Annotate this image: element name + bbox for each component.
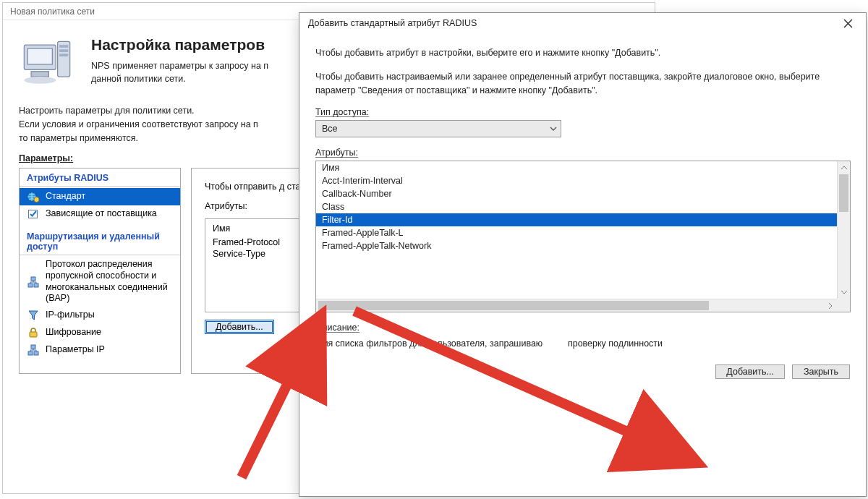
list-item[interactable]: Class (316, 200, 837, 213)
svg-point-9 (34, 197, 39, 202)
funnel-icon (27, 309, 40, 322)
close-icon[interactable] (835, 15, 860, 31)
list-item[interactable]: Callback-Number (316, 187, 837, 200)
description-label: Описание: (315, 323, 850, 333)
svg-rect-13 (34, 283, 38, 287)
dialog-title: Добавить стандартный атрибут RADIUS (308, 18, 835, 28)
dialog-help-2: Чтобы добавить настраиваемый или заранее… (315, 70, 850, 98)
net-cubes-icon (27, 344, 40, 357)
svg-rect-7 (59, 54, 68, 56)
attributes-listbox[interactable]: Имя Acct-Interim-Interval Callback-Numbe… (315, 161, 851, 312)
scroll-thumb[interactable] (318, 301, 709, 310)
svg-rect-5 (59, 45, 68, 48)
svg-rect-15 (31, 345, 35, 349)
sidebar-item-label: Зависящие от поставщика (46, 208, 173, 220)
sidebar-item-ip-filters[interactable]: IP-фильтры (20, 307, 180, 324)
sidebar-item-standard[interactable]: Стандарт (20, 188, 180, 205)
settings-sidebar: Атрибуты RADIUS Стандарт (19, 168, 181, 374)
hero-text: Настройка параметров NPS применяет парам… (91, 36, 268, 85)
hero-title: Настройка параметров (91, 36, 268, 54)
access-type-value: Все (322, 124, 338, 134)
svg-rect-11 (31, 277, 35, 281)
sidebar-group-routing: Маршрутизация и удаленный доступ (20, 227, 180, 255)
list-item[interactable]: Acct-Interim-Interval (316, 174, 837, 187)
access-type-combobox[interactable]: Все (315, 120, 561, 137)
globe-gear-icon (27, 190, 40, 203)
svg-rect-16 (28, 351, 33, 355)
checkbox-icon (27, 208, 40, 221)
scroll-right-icon[interactable] (824, 299, 837, 312)
svg-rect-12 (28, 283, 33, 287)
sidebar-item-label: IP-фильтры (46, 310, 173, 321)
list-item[interactable]: Framed-AppleTalk-L (316, 226, 837, 239)
sidebar-item-vendor-specific[interactable]: Зависящие от поставщика (20, 205, 180, 223)
scroll-down-icon[interactable] (838, 286, 851, 299)
svg-rect-17 (34, 351, 38, 355)
dialog-titlebar[interactable]: Добавить стандартный атрибут RADIUS (299, 13, 866, 33)
scroll-thumb[interactable] (839, 174, 848, 212)
hero-subtitle: NPS применяет параметры к запросу на п д… (91, 59, 268, 85)
svg-rect-1 (27, 48, 52, 64)
list-item[interactable]: Filter-Id (316, 213, 837, 226)
svg-point-3 (24, 77, 56, 84)
column-header-name: Имя (316, 161, 837, 174)
access-type-label: Тип доступа: (315, 107, 850, 117)
sidebar-item-ip-settings[interactable]: Параметры IP (20, 341, 180, 359)
server-icon (19, 36, 75, 93)
sidebar-item-label: Шифрование (46, 327, 173, 338)
description-text: Имя списка фильтров для пользователя, за… (315, 338, 850, 349)
sidebar-item-label: Протокол распределения пропускной способ… (46, 259, 173, 304)
scroll-corner (837, 299, 850, 312)
lock-icon (27, 326, 40, 339)
scroll-up-icon[interactable] (838, 161, 851, 174)
vertical-scrollbar[interactable] (837, 161, 850, 299)
svg-rect-14 (30, 332, 37, 337)
dialog-help-1: Чтобы добавить атрибут в настройки, выбе… (315, 46, 850, 60)
sidebar-item-label: Стандарт (46, 191, 173, 202)
svg-rect-6 (59, 49, 68, 52)
add-radius-attribute-dialog: Добавить стандартный атрибут RADIUS Чтоб… (299, 12, 867, 497)
net-cubes-icon (27, 276, 40, 289)
sidebar-group-radius: Атрибуты RADIUS (20, 169, 180, 187)
list-item[interactable]: Framed-AppleTalk-Network (316, 239, 837, 252)
dialog-close-button[interactable]: Закрыть (792, 364, 850, 379)
chevron-down-icon (549, 124, 558, 133)
horizontal-scrollbar[interactable] (316, 299, 837, 312)
attributes-label: Атрибуты: (315, 148, 850, 158)
sidebar-item-label: Параметры IP (46, 344, 173, 356)
sidebar-item-bap[interactable]: Протокол распределения пропускной способ… (20, 257, 180, 307)
add-button[interactable]: Добавить... (205, 320, 274, 334)
svg-rect-2 (31, 72, 48, 77)
sidebar-item-encryption[interactable]: Шифрование (20, 324, 180, 341)
dialog-add-button[interactable]: Добавить... (715, 364, 785, 379)
